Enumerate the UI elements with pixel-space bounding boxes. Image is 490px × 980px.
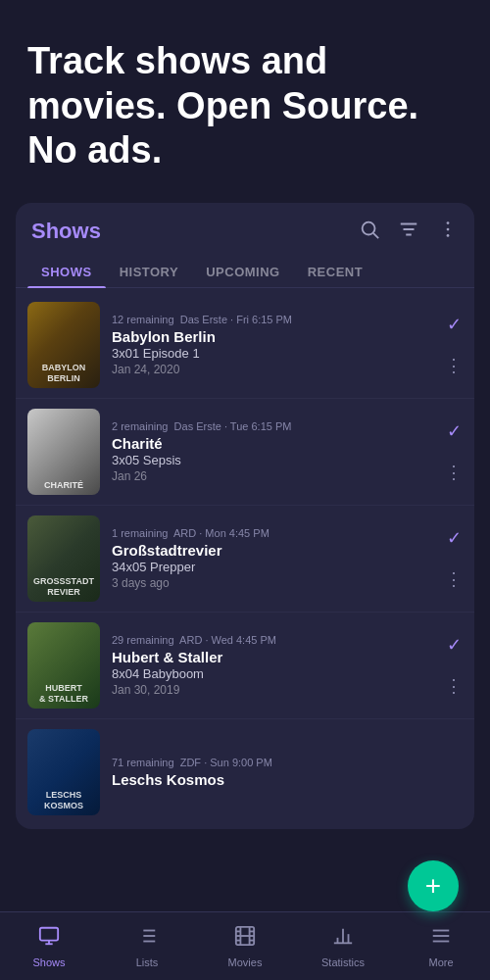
card-header: Shows: [16, 203, 474, 249]
filter-icon[interactable]: [398, 219, 419, 245]
lists-nav-icon: [136, 925, 158, 953]
nav-label-statistics: Statistics: [321, 956, 365, 968]
list-item: CHARITÉ 2 remaining Das Erste · Tue 6:15…: [16, 399, 474, 506]
svg-line-1: [373, 233, 378, 238]
nav-label-movies: Movies: [228, 956, 263, 968]
show-title: Großstadtrevier: [112, 542, 433, 559]
nav-item-lists[interactable]: Lists: [98, 917, 196, 976]
show-title: Charité: [112, 435, 433, 452]
search-icon[interactable]: [359, 219, 380, 245]
tab-shows[interactable]: SHOWS: [27, 257, 106, 287]
more-nav-icon: [430, 925, 452, 953]
show-date: Jan 30, 2019: [112, 683, 433, 697]
fab-button[interactable]: +: [408, 860, 459, 911]
poster-label: CHARITÉ: [27, 480, 100, 491]
nav-label-more: More: [428, 956, 453, 968]
movies-nav-icon: [234, 925, 256, 953]
nav-item-statistics[interactable]: Statistics: [294, 917, 392, 976]
show-info: 12 remaining Das Erste · Fri 6:15 PM Bab…: [112, 314, 433, 376]
show-date: Jan 26: [112, 469, 433, 483]
list-item: GROSSSTADTREVIER 1 remaining ARD · Mon 4…: [16, 506, 474, 612]
tab-recent[interactable]: RECENT: [294, 257, 376, 287]
show-meta: 12 remaining Das Erste · Fri 6:15 PM: [112, 314, 433, 325]
show-episode: 8x04 Babyboom: [112, 666, 433, 681]
app-card: Shows: [16, 203, 474, 829]
show-date: Jan 24, 2020: [112, 363, 433, 376]
card-title: Shows: [31, 219, 101, 244]
statistics-nav-icon: [332, 925, 354, 953]
show-actions: ✓ ⋮: [445, 420, 463, 483]
tab-history[interactable]: HISTORY: [106, 257, 193, 287]
poster-label: GROSSSTADTREVIER: [27, 576, 100, 598]
show-actions: ✓ ⋮: [445, 634, 463, 697]
hero-title: Track shows and movies. Open Source. No …: [27, 39, 463, 173]
poster-label: LESCHSKOSMOS: [27, 790, 100, 811]
show-actions: ✓ ⋮: [445, 527, 463, 590]
show-actions: ✓ ⋮: [445, 314, 463, 376]
show-date: 3 days ago: [112, 576, 433, 590]
nav-item-movies[interactable]: Movies: [196, 917, 294, 976]
tab-upcoming[interactable]: UPCOMING: [192, 257, 294, 287]
show-meta: 2 remaining Das Erste · Tue 6:15 PM: [112, 420, 433, 432]
show-episode: 34x05 Prepper: [112, 560, 433, 574]
show-title: Hubert & Staller: [112, 649, 433, 665]
show-list: BABYLONBERLIN 12 remaining Das Erste · F…: [16, 288, 474, 829]
show-info: 2 remaining Das Erste · Tue 6:15 PM Char…: [112, 420, 433, 483]
show-episode: 3x05 Sepsis: [112, 453, 433, 467]
item-more-icon[interactable]: ⋮: [445, 462, 463, 483]
svg-rect-8: [40, 927, 58, 940]
item-more-icon[interactable]: ⋮: [445, 568, 463, 590]
list-item: BABYLONBERLIN 12 remaining Das Erste · F…: [16, 292, 474, 399]
bottom-nav: Shows Lists: [0, 911, 490, 980]
show-episode: 3x01 Episode 1: [112, 346, 433, 361]
show-title: Babylon Berlin: [112, 328, 433, 345]
show-poster: HUBERT& STALLER: [27, 622, 100, 709]
item-more-icon[interactable]: ⋮: [445, 355, 463, 376]
show-poster: CHARITÉ: [27, 409, 100, 495]
nav-item-shows[interactable]: Shows: [0, 917, 98, 976]
poster-label: HUBERT& STALLER: [27, 683, 100, 705]
show-title: Leschs Kosmos: [112, 771, 451, 788]
list-item: HUBERT& STALLER 29 remaining ARD · Wed 4…: [16, 612, 474, 719]
tabs-bar: SHOWS HISTORY UPCOMING RECENT: [16, 249, 474, 288]
hero-section: Track shows and movies. Open Source. No …: [0, 0, 490, 203]
check-icon[interactable]: ✓: [447, 527, 462, 549]
show-meta: 71 remaining ZDF · Sun 9:00 PM: [112, 757, 451, 768]
nav-item-more[interactable]: More: [392, 917, 490, 976]
check-icon[interactable]: ✓: [447, 314, 462, 335]
svg-point-0: [363, 221, 375, 234]
show-info: 1 remaining ARD · Mon 4:45 PM Großstadtr…: [112, 527, 433, 590]
show-info: 29 remaining ARD · Wed 4:45 PM Hubert & …: [112, 634, 433, 697]
check-icon[interactable]: ✓: [447, 634, 462, 656]
svg-point-7: [447, 234, 450, 237]
show-poster: GROSSSTADTREVIER: [27, 515, 100, 602]
more-vertical-icon[interactable]: [437, 219, 459, 245]
check-icon[interactable]: ✓: [447, 420, 462, 442]
header-icons: [359, 219, 459, 245]
show-poster: BABYLONBERLIN: [27, 302, 100, 388]
item-more-icon[interactable]: ⋮: [445, 675, 463, 697]
nav-label-lists: Lists: [136, 956, 159, 968]
svg-point-6: [447, 227, 450, 230]
show-poster: LESCHSKOSMOS: [27, 729, 100, 815]
shows-nav-icon: [38, 925, 60, 953]
svg-point-5: [447, 221, 450, 224]
show-info: 71 remaining ZDF · Sun 9:00 PM Leschs Ko…: [112, 757, 451, 788]
show-meta: 1 remaining ARD · Mon 4:45 PM: [112, 527, 433, 539]
list-item: LESCHSKOSMOS 71 remaining ZDF · Sun 9:00…: [16, 719, 474, 825]
poster-label: BABYLONBERLIN: [27, 363, 100, 384]
nav-label-shows: Shows: [32, 956, 65, 968]
show-meta: 29 remaining ARD · Wed 4:45 PM: [112, 634, 433, 646]
